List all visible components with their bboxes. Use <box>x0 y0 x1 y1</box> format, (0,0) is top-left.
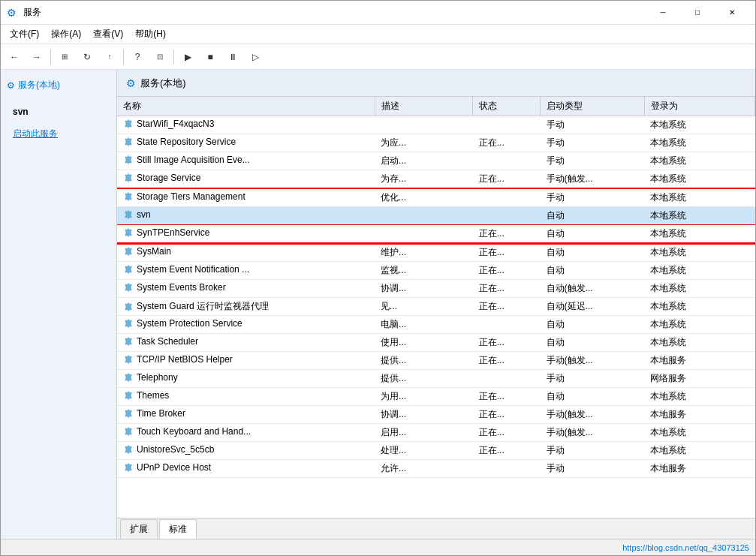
service-status <box>473 116 541 134</box>
service-desc: 启动... <box>375 152 473 170</box>
service-startup: 自动 <box>541 225 645 244</box>
service-desc <box>375 225 473 244</box>
window-controls: ─ □ ✕ <box>646 1 749 25</box>
title-bar: ⚙ 服务 ─ □ ✕ <box>1 1 755 25</box>
table-row[interactable]: System Protection Service电脑...自动本地系统 <box>117 316 755 334</box>
table-row[interactable]: UPnP Device Host允许...手动本地服务 <box>117 460 755 478</box>
service-status <box>473 152 541 170</box>
table-row[interactable]: Still Image Acquisition Eve...启动...手动本地系… <box>117 152 755 170</box>
play-button[interactable]: ▶ <box>177 47 198 67</box>
help-button[interactable]: ? <box>127 47 148 67</box>
table-row[interactable]: StarWifi_F4xqacN3手动本地系统 <box>117 116 755 134</box>
tab-standard[interactable]: 标准 <box>159 519 197 539</box>
menu-bar: 文件(F) 操作(A) 查看(V) 帮助(H) <box>1 25 755 44</box>
table-row[interactable]: SynTPEnhService正在...自动本地系统 <box>117 225 755 244</box>
service-status: 正在... <box>473 280 541 298</box>
maximize-button[interactable]: □ <box>680 1 715 25</box>
col-header-name[interactable]: 名称 <box>117 97 375 116</box>
service-status: 正在... <box>473 352 541 370</box>
refresh-button[interactable]: ↻ <box>77 47 98 67</box>
start-service-link[interactable]: 启动此服务 <box>1 126 116 142</box>
table-row[interactable]: Touch Keyboard and Hand...启用...正在...手动(触… <box>117 424 755 442</box>
table-row[interactable]: Task Scheduler使用...正在...自动本地系统 <box>117 334 755 352</box>
main-window: ⚙ 服务 ─ □ ✕ 文件(F) 操作(A) 查看(V) 帮助(H) ← → ⊞… <box>0 0 756 556</box>
status-url: https://blog.csdn.net/qq_43073125 <box>622 543 749 552</box>
table-row[interactable]: System Events Broker协调...正在...自动(触发...本地… <box>117 280 755 298</box>
service-name: svn <box>137 209 151 220</box>
service-name: UPnP Device Host <box>137 462 211 473</box>
service-desc <box>375 207 473 225</box>
service-startup: 自动(触发... <box>541 280 645 298</box>
service-name: Task Scheduler <box>137 336 198 347</box>
table-row[interactable]: Telephony提供...手动网络服务 <box>117 370 755 388</box>
table-row[interactable]: Storage Tiers Management优化...手动本地系统 <box>117 188 755 207</box>
service-startup: 手动 <box>541 134 645 152</box>
menu-file[interactable]: 文件(F) <box>4 26 45 42</box>
restart-button[interactable]: ▷ <box>245 47 266 67</box>
forward-button[interactable]: → <box>26 47 47 67</box>
minimize-button[interactable]: ─ <box>646 1 680 25</box>
table-row[interactable]: svn自动本地系统 <box>117 207 755 225</box>
col-header-desc[interactable]: 描述 <box>375 97 473 116</box>
service-login: 本地系统 <box>644 316 754 334</box>
table-row[interactable]: Time Broker协调...正在...手动(触发...本地服务 <box>117 406 755 424</box>
service-name: System Event Notification ... <box>137 264 249 275</box>
service-startup: 自动 <box>541 207 645 225</box>
service-login: 本地系统 <box>644 424 754 442</box>
service-login: 本地系统 <box>644 243 754 262</box>
properties-button[interactable]: ⊡ <box>149 47 170 67</box>
menu-action[interactable]: 操作(A) <box>45 26 87 42</box>
service-desc: 为存... <box>375 170 473 189</box>
col-header-startup[interactable]: 启动类型 <box>541 97 645 116</box>
service-desc: 协调... <box>375 406 473 424</box>
menu-help[interactable]: 帮助(H) <box>129 26 172 42</box>
service-startup: 自动(延迟... <box>541 298 645 316</box>
service-name: Telephony <box>137 372 178 383</box>
start-link-text: 启动此服务 <box>13 128 58 139</box>
close-button[interactable]: ✕ <box>715 1 749 25</box>
service-desc: 允许... <box>375 460 473 478</box>
service-login: 本地系统 <box>644 262 754 280</box>
service-login: 本地系统 <box>644 388 754 406</box>
service-startup: 手动 <box>541 442 645 460</box>
export-button[interactable]: ↑ <box>99 47 120 67</box>
table-row[interactable]: State Repository Service为应...正在...手动本地系统 <box>117 134 755 152</box>
content-header-text: 服务(本地) <box>140 77 186 90</box>
service-login: 本地服务 <box>644 460 754 478</box>
service-startup: 手动 <box>541 116 645 134</box>
sidebar-header[interactable]: ⚙ 服务(本地) <box>1 76 116 95</box>
back-button[interactable]: ← <box>4 47 25 67</box>
service-status: 正在... <box>473 170 541 189</box>
service-login: 本地系统 <box>644 134 754 152</box>
table-row[interactable]: System Event Notification ...监视...正在...自… <box>117 262 755 280</box>
services-table-container[interactable]: 名称 描述 状态 启动类型 登录为 StarWifi_F4xqacN3手动本地系… <box>117 97 755 518</box>
sidebar-service-name: svn <box>1 104 116 120</box>
table-row[interactable]: UnistoreSvc_5c5cb处理...正在...手动本地系统 <box>117 442 755 460</box>
table-row[interactable]: TCP/IP NetBIOS Helper提供...正在...手动(触发...本… <box>117 352 755 370</box>
service-login: 本地系统 <box>644 116 754 134</box>
table-row[interactable]: Storage Service为存...正在...手动(触发...本地系统 <box>117 170 755 189</box>
service-login: 本地系统 <box>644 298 754 316</box>
service-name: SysMain <box>137 246 171 257</box>
sidebar-icon: ⚙ <box>7 80 15 91</box>
pause-button[interactable]: ⏸ <box>222 47 243 67</box>
service-status: 正在... <box>473 442 541 460</box>
service-desc <box>375 116 473 134</box>
service-desc: 电脑... <box>375 316 473 334</box>
col-header-status[interactable]: 状态 <box>473 97 541 116</box>
col-header-login[interactable]: 登录为 <box>644 97 754 116</box>
service-startup: 手动 <box>541 152 645 170</box>
menu-view[interactable]: 查看(V) <box>87 26 129 42</box>
main-area: ⚙ 服务(本地) svn 启动此服务 ⚙ 服务(本地) 名称 <box>1 70 755 539</box>
table-row[interactable]: System Guard 运行时监视器代理见...正在...自动(延迟...本地… <box>117 298 755 316</box>
table-header-row: 名称 描述 状态 启动类型 登录为 <box>117 97 755 116</box>
table-row[interactable]: Themes为用...正在...自动本地系统 <box>117 388 755 406</box>
stop-button[interactable]: ■ <box>200 47 221 67</box>
table-row[interactable]: SysMain维护...正在...自动本地系统 <box>117 243 755 262</box>
service-status <box>473 370 541 388</box>
show-hide-button[interactable]: ⊞ <box>54 47 75 67</box>
tab-expand[interactable]: 扩展 <box>120 519 158 539</box>
sidebar-title: 服务(本地) <box>18 79 60 92</box>
service-login: 本地系统 <box>644 152 754 170</box>
service-name: UnistoreSvc_5c5cb <box>137 444 214 455</box>
